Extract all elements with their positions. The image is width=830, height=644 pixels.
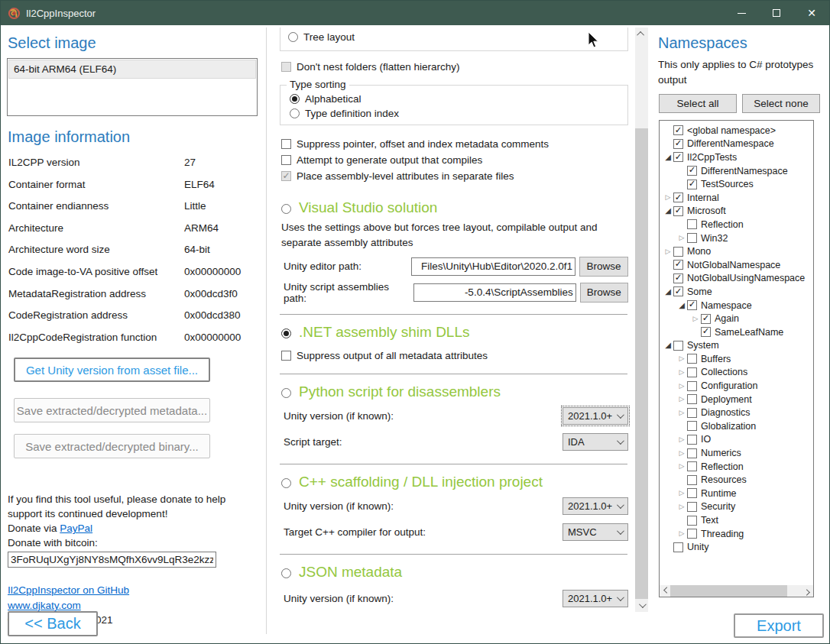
namespace-checkbox[interactable]	[687, 233, 697, 243]
minimize-button[interactable]	[724, 1, 759, 25]
namespace-checkbox[interactable]	[687, 300, 697, 310]
tree-horizontal-scrollbar[interactable]	[660, 585, 813, 597]
scroll-down-button[interactable]	[635, 599, 648, 612]
namespace-checkbox[interactable]	[687, 166, 697, 176]
namespace-checkbox[interactable]	[673, 125, 683, 135]
namespace-checkbox[interactable]	[687, 180, 697, 189]
image-listbox[interactable]: 64-bit ARM64 (ELF64)	[7, 58, 258, 116]
namespace-checkbox[interactable]	[701, 314, 711, 324]
tree-item[interactable]: ◢System	[660, 339, 813, 353]
tree-item[interactable]: TestSources	[660, 177, 813, 191]
namespace-checkbox[interactable]	[673, 206, 683, 216]
namespace-checkbox[interactable]	[673, 260, 683, 270]
namespace-checkbox[interactable]	[673, 542, 683, 552]
namespace-checkbox[interactable]	[687, 502, 697, 512]
tree-item[interactable]: ▷Internal	[660, 191, 813, 205]
script-assemblies-path-input[interactable]: -5.0.4\ScriptAssemblies	[413, 283, 576, 302]
scroll-right-button[interactable]	[802, 585, 813, 597]
tree-item[interactable]: Globalization	[660, 419, 813, 433]
suppress-metadata-checkbox[interactable]	[281, 351, 291, 361]
json-unity-version-dropdown[interactable]: 2021.1.0+	[563, 590, 628, 607]
tree-item[interactable]: NotGlobalNamespace	[660, 258, 813, 272]
unity-editor-path-input[interactable]: Files\Unity\Hub\Editor\2020.2.0f1	[411, 257, 575, 276]
expander-icon[interactable]: ▷	[676, 503, 687, 510]
expander-icon[interactable]: ◢	[663, 288, 673, 296]
tree-item[interactable]: ▷Runtime	[660, 487, 813, 500]
scroll-up-button[interactable]	[635, 28, 648, 40]
tree-item[interactable]: SameLeafName	[660, 325, 813, 339]
expander-icon[interactable]: ▷	[663, 248, 673, 255]
tree-item[interactable]: ▷Threading	[660, 527, 813, 541]
namespace-checkbox[interactable]	[687, 367, 697, 377]
expander-icon[interactable]: ◢	[663, 154, 673, 161]
select-all-button[interactable]: Select all	[659, 94, 737, 113]
alphabetical-radio[interactable]	[290, 94, 300, 104]
tree-layout-radio[interactable]	[288, 32, 298, 42]
bitcoin-address-input[interactable]	[8, 552, 216, 568]
python-unity-version-dropdown[interactable]: 2021.1.0+	[563, 407, 628, 425]
export-button[interactable]: Export	[734, 613, 824, 638]
tree-item[interactable]: ◢Il2CppTests	[660, 150, 813, 164]
tree-item[interactable]: ▷IO	[660, 433, 813, 447]
tree-item[interactable]: ▷Reflection	[660, 460, 813, 474]
tree-item[interactable]: ▷Deployment	[660, 393, 813, 406]
scroll-left-button[interactable]	[660, 585, 671, 597]
namespace-checkbox[interactable]	[673, 341, 683, 351]
expander-icon[interactable]: ▷	[690, 316, 701, 322]
tree-item[interactable]: ▷Collections	[660, 366, 813, 380]
tree-item[interactable]: Resources	[660, 473, 813, 487]
json-metadata-section-heading[interactable]: JSON metadata	[281, 564, 628, 581]
namespace-checkbox[interactable]	[673, 152, 683, 162]
expander-icon[interactable]: ▷	[676, 409, 687, 416]
website-link[interactable]: www.djkaty.com	[8, 600, 81, 611]
suppress-comments-checkbox[interactable]	[281, 139, 291, 149]
back-button[interactable]: << Back	[8, 611, 98, 636]
namespace-checkbox[interactable]	[673, 273, 683, 283]
tree-item[interactable]: Reflection	[660, 218, 813, 231]
namespace-checkbox[interactable]	[673, 247, 683, 257]
suppress-metadata-option[interactable]: Suppress output of all metadata attribut…	[281, 348, 628, 362]
namespace-checkbox[interactable]	[687, 354, 697, 364]
tree-item[interactable]: Unity	[660, 540, 813, 554]
namespace-checkbox[interactable]	[687, 394, 697, 404]
namespace-checkbox[interactable]	[673, 193, 683, 202]
python-script-section-heading[interactable]: Python script for disassemblers	[281, 383, 628, 400]
paypal-link[interactable]: PayPal	[60, 523, 92, 534]
tree-item[interactable]: ▷Configuration	[660, 379, 813, 393]
close-button[interactable]: ✕	[794, 1, 829, 25]
attempt-compile-checkbox[interactable]	[281, 155, 291, 165]
vs-solution-section-heading[interactable]: Visual Studio solution	[281, 199, 628, 216]
expander-icon[interactable]: ▷	[676, 396, 687, 403]
namespace-checkbox[interactable]	[687, 475, 697, 485]
namespace-checkbox[interactable]	[687, 516, 697, 526]
tree-item[interactable]: Text	[660, 513, 813, 527]
tree-item[interactable]: ◢Some	[660, 285, 813, 299]
type-def-index-radio[interactable]	[290, 108, 300, 118]
expander-icon[interactable]: ▷	[676, 436, 687, 443]
attempt-compile-option[interactable]: Attempt to generate output that compiles	[281, 154, 628, 166]
browse-assemblies-path-button[interactable]: Browse	[580, 283, 628, 303]
expander-icon[interactable]: ▷	[676, 383, 687, 390]
tree-item[interactable]: ◢Microsoft	[660, 205, 813, 218]
expander-icon[interactable]: ▷	[676, 355, 687, 362]
namespace-checkbox[interactable]	[687, 435, 697, 445]
tree-item[interactable]: ▷Again	[660, 312, 813, 325]
maximize-button[interactable]	[759, 1, 794, 25]
tree-item[interactable]: DifferentNamespace	[660, 138, 813, 151]
expander-icon[interactable]: ▷	[663, 194, 673, 201]
namespace-checkbox[interactable]	[687, 408, 697, 418]
namespace-checkbox[interactable]	[673, 139, 683, 149]
expander-icon[interactable]: ▷	[676, 463, 687, 470]
expander-icon[interactable]: ▷	[676, 369, 687, 376]
tree-item[interactable]: ▷Diagnostics	[660, 406, 813, 419]
python-script-radio[interactable]	[281, 388, 291, 398]
center-scrollbar[interactable]	[635, 28, 648, 612]
namespace-checkbox[interactable]	[687, 529, 697, 539]
expander-icon[interactable]: ▷	[676, 530, 687, 537]
image-list-item[interactable]: 64-bit ARM64 (ELF64)	[8, 60, 256, 79]
namespace-checkbox[interactable]	[687, 381, 697, 391]
tree-item[interactable]: NotGlobalUsingNamespace	[660, 272, 813, 286]
type-def-index-option[interactable]: Type definition index	[290, 106, 627, 120]
suppress-comments-option[interactable]: Suppress pointer, offset and index metad…	[281, 138, 628, 150]
cpp-compiler-dropdown[interactable]: MSVC	[563, 523, 628, 541]
